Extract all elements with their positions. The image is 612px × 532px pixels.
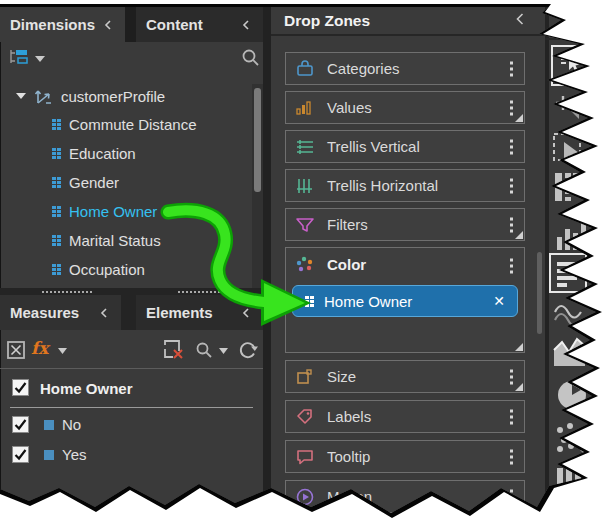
checkbox-yes[interactable] <box>12 446 29 463</box>
tree-item-label: Marital Status <box>69 232 161 249</box>
drop-zone-label: Labels <box>327 408 371 425</box>
drop-zone-trellis-horizontal[interactable]: Trellis Horizontal <box>285 169 525 202</box>
drop-zone-label: Tooltip <box>327 448 370 465</box>
expand-corner-icon[interactable] <box>515 383 523 391</box>
perforation-mark <box>42 291 92 293</box>
caret-down-icon[interactable] <box>219 348 228 354</box>
tree-item-gender[interactable]: Gender <box>52 170 119 194</box>
tab-dimensions-label: Dimensions <box>10 16 95 33</box>
kebab-menu-icon[interactable] <box>510 139 513 154</box>
field-grid-icon <box>52 177 61 188</box>
tree-scrollbar-thumb[interactable] <box>254 88 261 192</box>
field-grid-icon <box>305 296 314 307</box>
drop-zone-filters[interactable]: Filters <box>285 208 525 241</box>
drop-zones-scrollbar-thumb[interactable] <box>537 252 542 334</box>
collapse-icon[interactable] <box>99 308 109 318</box>
kebab-menu-icon[interactable] <box>510 178 513 193</box>
field-grid-icon <box>52 264 61 275</box>
collapse-icon[interactable] <box>241 308 251 318</box>
tree-item-commute-distance[interactable]: Commute Distance <box>52 112 197 136</box>
drop-zone-label: Color <box>327 256 366 273</box>
search-icon[interactable] <box>195 341 213 359</box>
tab-elements-label: Elements <box>146 304 213 321</box>
marquee-select-icon[interactable] <box>552 132 584 166</box>
caret-down-icon[interactable] <box>58 348 67 354</box>
tab-measures-label: Measures <box>10 304 79 321</box>
drop-zone-trellis-vertical[interactable]: Trellis Vertical <box>285 130 525 163</box>
trellis-vertical-icon <box>295 137 315 157</box>
expand-corner-icon[interactable] <box>515 231 523 239</box>
chip-label: Home Owner <box>324 293 493 310</box>
checkbox-home-owner[interactable] <box>12 379 29 396</box>
tree-item-education[interactable]: Education <box>52 141 136 165</box>
check-icon <box>13 380 28 395</box>
tab-dimensions[interactable]: Dimensions <box>0 7 125 42</box>
value-label-yes: Yes <box>62 446 86 463</box>
tooltip-icon <box>295 447 315 467</box>
app-window: Dimensions Content customerProfile <box>0 0 612 532</box>
fx-icon[interactable]: fx <box>31 338 48 358</box>
clear-selection-icon[interactable] <box>164 340 186 360</box>
divider <box>271 34 545 36</box>
kebab-menu-icon[interactable] <box>510 409 513 424</box>
tree-item-label: Home Owner <box>69 203 157 220</box>
color-chip-home-owner[interactable]: Home Owner ✕ <box>292 285 518 317</box>
perforation-mark <box>40 2 80 4</box>
info-icon[interactable] <box>566 9 590 33</box>
divider <box>0 368 263 369</box>
drop-zone-categories[interactable]: Categories <box>285 52 525 85</box>
drop-zone-tooltip[interactable]: Tooltip <box>285 440 525 473</box>
categories-icon <box>295 59 315 79</box>
drop-zone-label: Filters <box>327 216 368 233</box>
kebab-menu-icon[interactable] <box>510 259 513 274</box>
chip-remove-icon[interactable]: ✕ <box>493 293 505 309</box>
collapse-icon[interactable] <box>515 13 525 25</box>
collapse-icon[interactable] <box>103 20 113 30</box>
tree-item-home-owner[interactable]: Home Owner <box>52 199 157 223</box>
expand-corner-icon[interactable] <box>515 114 523 122</box>
drop-zones-title: Drop Zones <box>284 12 370 30</box>
tree-item-label: Occupation <box>69 261 145 278</box>
drop-zone-size[interactable]: Size <box>285 360 525 393</box>
tab-elements[interactable]: Elements <box>136 295 263 330</box>
perforation-mark <box>178 291 228 293</box>
dimension-axis-icon <box>34 87 53 105</box>
kebab-menu-icon[interactable] <box>510 369 513 384</box>
checkbox-no[interactable] <box>12 416 29 433</box>
values-icon <box>295 98 315 118</box>
drop-zone-label: Trellis Horizontal <box>327 177 438 194</box>
tree-root-label: customerProfile <box>61 88 165 105</box>
kebab-menu-icon[interactable] <box>510 449 513 464</box>
tab-measures[interactable]: Measures <box>0 295 121 330</box>
tab-content[interactable]: Content <box>136 7 263 42</box>
caret-down-icon[interactable] <box>35 56 45 62</box>
value-color-swatch <box>44 420 54 430</box>
drop-zone-label: Size <box>327 368 356 385</box>
panel-divider <box>263 4 271 532</box>
collapse-icon[interactable] <box>241 20 251 30</box>
tree-item-marital-status[interactable]: Marital Status <box>52 228 161 252</box>
tree-node-root[interactable]: customerProfile <box>16 84 165 108</box>
kebab-menu-icon[interactable] <box>510 100 513 115</box>
select-all-icon[interactable] <box>7 341 25 359</box>
expand-corner-icon[interactable] <box>515 343 523 351</box>
field-grid-icon <box>52 148 61 159</box>
filters-icon <box>295 215 315 235</box>
value-label-no: No <box>62 416 81 433</box>
tree-item-occupation[interactable]: Occupation <box>52 257 145 281</box>
add-icon[interactable] <box>554 94 580 120</box>
search-icon[interactable] <box>241 48 260 67</box>
kebab-menu-icon[interactable] <box>510 217 513 232</box>
kebab-menu-icon[interactable] <box>510 61 513 76</box>
trellis-horizontal-icon <box>295 176 315 196</box>
check-icon <box>13 447 28 462</box>
divider <box>10 407 253 408</box>
hierarchy-icon[interactable] <box>9 49 29 66</box>
perforation-mark <box>380 2 428 4</box>
refresh-icon[interactable] <box>238 340 258 360</box>
drop-zone-label: Values <box>327 99 372 116</box>
drop-zone-values[interactable]: Values <box>285 91 525 124</box>
drop-zone-labels[interactable]: Labels <box>285 400 525 433</box>
expand-caret-icon[interactable] <box>16 93 26 99</box>
check-icon <box>13 417 28 432</box>
